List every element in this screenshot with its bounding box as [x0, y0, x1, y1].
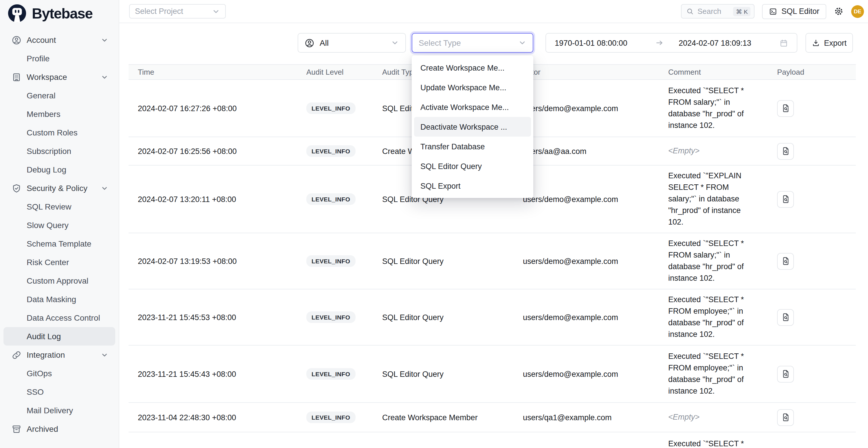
sidebar-item-data-access-control[interactable]: Data Access Control [0, 309, 119, 327]
file-search-icon [781, 369, 790, 379]
sidebar-item-profile[interactable]: Profile [0, 49, 119, 68]
brand: Bytebase [0, 0, 119, 27]
cell-audit-level: LEVEL_INFO [297, 368, 373, 380]
type-option-create-workspace-me[interactable]: Create Workspace Me... [414, 58, 531, 77]
payload-view-button[interactable] [777, 100, 794, 117]
gear-icon[interactable] [834, 6, 844, 16]
sidebar-item-schema-template[interactable]: Schema Template [0, 234, 119, 253]
search-input[interactable]: Search ⌘ K [681, 4, 755, 19]
date-from-value: 1970-01-01 08:00:00 [555, 38, 627, 47]
type-option-update-workspace-me[interactable]: Update Workspace Me... [414, 77, 531, 97]
chevron-down-icon [101, 351, 108, 359]
sidebar-item-label: Audit Log [27, 332, 61, 341]
sidebar-item-label: Custom Approval [27, 276, 88, 285]
chevron-down-icon [518, 39, 526, 47]
menu-item-label: Update Workspace Me... [421, 83, 506, 92]
payload-view-button[interactable] [777, 365, 794, 382]
cell-audit-level: LEVEL_INFO [297, 311, 373, 323]
type-option-transfer-database[interactable]: Transfer Database [414, 137, 531, 156]
actor-filter-select[interactable]: All [298, 33, 406, 53]
sidebar: Bytebase Account Profile Workspace Gener… [0, 0, 119, 448]
project-select[interactable]: Select Project [129, 4, 226, 19]
cell-comment: Executed `"SELECT * FROM salary;"` in da… [659, 233, 768, 289]
cell-audit-level: LEVEL_INFO [297, 412, 373, 423]
cell-time: 2023-11-04 22:48:30 +08:00 [129, 413, 297, 422]
type-option-activate-workspace-me[interactable]: Activate Workspace Me... [414, 97, 531, 117]
type-option-deactivate-workspace[interactable]: Deactivate Workspace ... [414, 117, 531, 137]
file-search-icon [781, 194, 790, 204]
sidebar-item-mail-delivery[interactable]: Mail Delivery [0, 401, 119, 420]
type-filter-select[interactable]: Select Type [412, 33, 533, 53]
column-header-payload: Payload [768, 68, 856, 76]
cell-payload [768, 100, 856, 117]
export-button[interactable]: Export [805, 33, 853, 53]
sidebar-item-data-masking[interactable]: Data Masking [0, 290, 119, 309]
sidebar-item-archived[interactable]: Archived [0, 420, 119, 438]
sidebar-item-label: SSO [27, 387, 44, 396]
cell-payload [768, 409, 856, 426]
brand-name: Bytebase [32, 5, 93, 22]
sidebar-item-subscription[interactable]: Subscription [0, 142, 119, 160]
sidebar-item-gitops[interactable]: GitOps [0, 364, 119, 383]
audit-log-content: All Select Type 1970-01-01 08:00:00 2024… [119, 23, 868, 448]
sidebar-item-label: Archived [27, 424, 58, 434]
sidebar-item-account[interactable]: Account [0, 31, 119, 49]
shield-check-icon [11, 183, 22, 193]
cell-actor: users/demo@example.com [514, 313, 659, 322]
sidebar-item-slow-query[interactable]: Slow Query [0, 216, 119, 234]
sidebar-item-label: Account [27, 35, 56, 44]
menu-item-label: Create Workspace Me... [421, 63, 505, 72]
app-window: Bytebase Account Profile Workspace Gener… [0, 0, 868, 448]
cell-time: 2023-11-21 15:45:43 +08:00 [129, 370, 297, 378]
type-filter-placeholder: Select Type [418, 38, 461, 47]
cell-actor: users/demo@example.com [514, 257, 659, 265]
actor-filter-value: All [320, 38, 329, 47]
date-range-picker[interactable]: 1970-01-01 08:00:00 2024-02-07 18:09:13 [546, 33, 797, 53]
table-row: 2023-11-21 15:45:53 +08:00 LEVEL_INFO SQ… [129, 289, 856, 346]
type-option-sql-editor-query[interactable]: SQL Editor Query [414, 156, 531, 176]
cell-comment: Executed `"SELECT * FROM department;"` i… [659, 433, 768, 448]
sidebar-item-security-policy[interactable]: Security & Policy [0, 179, 119, 197]
sidebar-item-label: Risk Center [27, 258, 69, 267]
sidebar-item-label: Members [27, 109, 61, 119]
cell-payload [768, 309, 856, 326]
chevron-down-icon [212, 7, 220, 15]
cell-time: 2024-02-07 13:19:53 +08:00 [129, 257, 297, 265]
column-header-actor: Actor [514, 68, 659, 76]
payload-view-button[interactable] [777, 143, 794, 159]
cell-comment: Executed `"SELECT * FROM employee;"` in … [659, 289, 768, 345]
table-row: 2023-11-04 01:06:24 +08:00 LEVEL_INFO SQ… [129, 433, 856, 448]
menu-item-label: Deactivate Workspace ... [421, 122, 507, 131]
main-area: Select Project Search ⌘ K SQL Editor DE [119, 0, 868, 448]
sidebar-item-members[interactable]: Members [0, 105, 119, 123]
cell-time: 2024-02-07 16:27:26 +08:00 [129, 104, 297, 113]
bytebase-logo-icon [7, 3, 27, 24]
sidebar-item-risk-center[interactable]: Risk Center [0, 253, 119, 271]
user-circle-icon [11, 35, 22, 45]
payload-view-button[interactable] [777, 409, 794, 426]
sidebar-item-sql-review[interactable]: SQL Review [0, 197, 119, 216]
sql-editor-button[interactable]: SQL Editor [762, 4, 826, 19]
avatar[interactable]: DE [851, 5, 864, 18]
sidebar-item-custom-roles[interactable]: Custom Roles [0, 123, 119, 142]
arrow-right-icon [655, 39, 663, 47]
cell-audit-type: SQL Editor Query [373, 257, 514, 265]
sidebar-item-label: Mail Delivery [27, 406, 73, 415]
type-option-sql-export[interactable]: SQL Export [414, 176, 531, 196]
sidebar-item-sso[interactable]: SSO [0, 383, 119, 401]
sidebar-item-audit-log[interactable]: Audit Log [3, 327, 115, 346]
sidebar-item-debug-log[interactable]: Debug Log [0, 160, 119, 179]
payload-view-button[interactable] [777, 253, 794, 269]
sidebar-item-workspace[interactable]: Workspace [0, 68, 119, 86]
payload-view-button[interactable] [777, 309, 794, 326]
cell-audit-type: SQL Editor Query [373, 370, 514, 378]
menu-item-label: SQL Export [421, 182, 461, 190]
sidebar-item-integration[interactable]: Integration [0, 346, 119, 364]
file-search-icon [781, 313, 790, 322]
topbar: Select Project Search ⌘ K SQL Editor DE [119, 0, 868, 23]
sidebar-item-general[interactable]: General [0, 86, 119, 105]
payload-view-button[interactable] [777, 191, 794, 207]
sidebar-item-custom-approval[interactable]: Custom Approval [0, 271, 119, 290]
column-header-comment: Comment [659, 68, 768, 76]
level-badge: LEVEL_INFO [306, 102, 355, 114]
